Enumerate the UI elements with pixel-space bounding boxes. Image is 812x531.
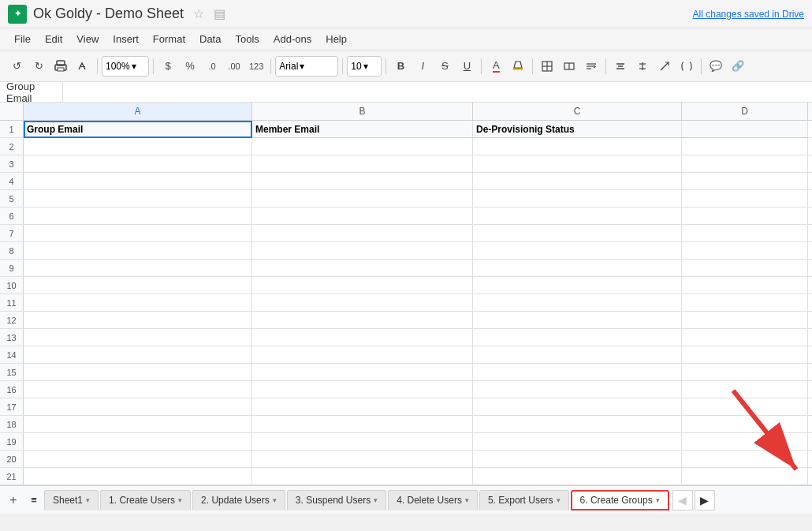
cell-c20[interactable] <box>473 451 682 468</box>
underline-button[interactable]: U <box>456 56 477 77</box>
cell-c1[interactable]: De-Provisionig Status <box>473 121 682 138</box>
cell-c10[interactable] <box>473 277 682 294</box>
tab-delete-users[interactable]: 4. Delete Users ▾ <box>388 490 478 510</box>
menu-insert[interactable]: Insert <box>106 31 145 47</box>
cell-d7[interactable] <box>682 225 808 242</box>
add-sheet-button[interactable]: + <box>3 490 24 510</box>
borders-button[interactable] <box>537 56 557 77</box>
cell-d8[interactable] <box>682 242 808 260</box>
cell-c15[interactable] <box>473 364 682 381</box>
cell-b5[interactable] <box>252 190 473 208</box>
cell-c14[interactable] <box>473 346 682 364</box>
cell-b17[interactable] <box>252 398 473 416</box>
cell-b6[interactable] <box>252 208 473 225</box>
menu-file[interactable]: File <box>8 31 37 47</box>
cell-b8[interactable] <box>252 242 473 260</box>
cell-a18[interactable] <box>24 416 252 433</box>
halign-button[interactable] <box>610 56 631 77</box>
cell-c6[interactable] <box>473 208 682 225</box>
cell-c11[interactable] <box>473 294 682 312</box>
cell-d13[interactable] <box>682 329 808 346</box>
dec-two-button[interactable]: .00 <box>224 56 244 77</box>
cell-d6[interactable] <box>682 208 808 225</box>
cell-d21[interactable] <box>682 468 808 485</box>
format-123-button[interactable]: 123 <box>246 56 266 77</box>
cell-d11[interactable] <box>682 294 808 312</box>
cell-b1[interactable]: Member Email <box>252 121 473 138</box>
cell-d1[interactable] <box>682 121 808 138</box>
cell-a8[interactable] <box>24 242 252 260</box>
tab-create-users[interactable]: 1. Create Users ▾ <box>100 490 191 510</box>
cell-d3[interactable] <box>682 155 808 173</box>
cell-b2[interactable] <box>252 138 473 155</box>
cell-b16[interactable] <box>252 381 473 398</box>
col-header-d[interactable]: D <box>682 103 808 120</box>
cell-a15[interactable] <box>24 364 252 381</box>
cell-d4[interactable] <box>682 173 808 190</box>
function-button[interactable] <box>676 56 697 77</box>
tab-sheet1[interactable]: Sheet1 ▾ <box>44 490 99 510</box>
menu-data[interactable]: Data <box>193 31 227 47</box>
paint-format-button[interactable] <box>73 56 93 77</box>
folder-icon[interactable]: ▤ <box>214 6 225 21</box>
highlight-color-button[interactable] <box>508 56 528 77</box>
col-header-b[interactable]: B <box>252 103 473 120</box>
cell-a10[interactable] <box>24 277 252 294</box>
wrap-button[interactable] <box>581 56 602 77</box>
cell-b3[interactable] <box>252 155 473 173</box>
font-size-selector[interactable]: 10 ▾ <box>347 56 382 77</box>
cell-d15[interactable] <box>682 364 808 381</box>
cell-b14[interactable] <box>252 346 473 364</box>
cell-d12[interactable] <box>682 312 808 329</box>
cell-a16[interactable] <box>24 381 252 398</box>
tab-scroll-left-button[interactable]: ◀ <box>672 490 693 510</box>
comment-button[interactable]: 💬 <box>706 56 726 77</box>
tab-suspend-users[interactable]: 3. Suspend Users ▾ <box>287 490 386 510</box>
cell-a6[interactable] <box>24 208 252 225</box>
cell-a7[interactable] <box>24 225 252 242</box>
cell-b4[interactable] <box>252 173 473 190</box>
menu-addons[interactable]: Add-ons <box>267 31 318 47</box>
cell-a4[interactable] <box>24 173 252 190</box>
cell-d17[interactable] <box>682 398 808 416</box>
cell-a20[interactable] <box>24 451 252 468</box>
cell-a1[interactable]: Group Email <box>24 121 252 138</box>
star-icon[interactable]: ☆ <box>193 6 204 21</box>
valign-button[interactable] <box>632 56 653 77</box>
cell-c5[interactable] <box>473 190 682 208</box>
cell-d2[interactable] <box>682 138 808 155</box>
percent-button[interactable]: % <box>180 56 200 77</box>
cell-c19[interactable] <box>473 433 682 451</box>
cell-c2[interactable] <box>473 138 682 155</box>
tab-export-users[interactable]: 5. Export Users ▾ <box>479 490 569 510</box>
cell-d19[interactable] <box>682 433 808 451</box>
bold-button[interactable]: B <box>390 56 411 77</box>
cell-b20[interactable] <box>252 451 473 468</box>
cell-c12[interactable] <box>473 312 682 329</box>
col-header-c[interactable]: C <box>473 103 682 120</box>
tab-create-groups[interactable]: 6. Create Groups ▾ <box>571 490 669 510</box>
rotate-button[interactable] <box>654 56 675 77</box>
cell-c16[interactable] <box>473 381 682 398</box>
undo-button[interactable]: ↺ <box>6 56 27 77</box>
doc-title[interactable]: Ok Goldy - Demo Sheet <box>33 6 184 22</box>
cell-a17[interactable] <box>24 398 252 416</box>
col-header-a[interactable]: A <box>24 103 252 120</box>
cell-a5[interactable] <box>24 190 252 208</box>
cell-b10[interactable] <box>252 277 473 294</box>
cell-d20[interactable] <box>682 451 808 468</box>
menu-tools[interactable]: Tools <box>229 31 265 47</box>
strikethrough-button[interactable]: S <box>434 56 455 77</box>
zoom-selector[interactable]: 100% ▾ <box>102 56 149 77</box>
cell-c7[interactable] <box>473 225 682 242</box>
cell-d9[interactable] <box>682 260 808 277</box>
cell-a12[interactable] <box>24 312 252 329</box>
cell-d16[interactable] <box>682 381 808 398</box>
cell-c8[interactable] <box>473 242 682 260</box>
cell-b21[interactable] <box>252 468 473 485</box>
cell-c9[interactable] <box>473 260 682 277</box>
cell-b19[interactable] <box>252 433 473 451</box>
cell-c3[interactable] <box>473 155 682 173</box>
cell-c18[interactable] <box>473 416 682 433</box>
cell-a19[interactable] <box>24 433 252 451</box>
